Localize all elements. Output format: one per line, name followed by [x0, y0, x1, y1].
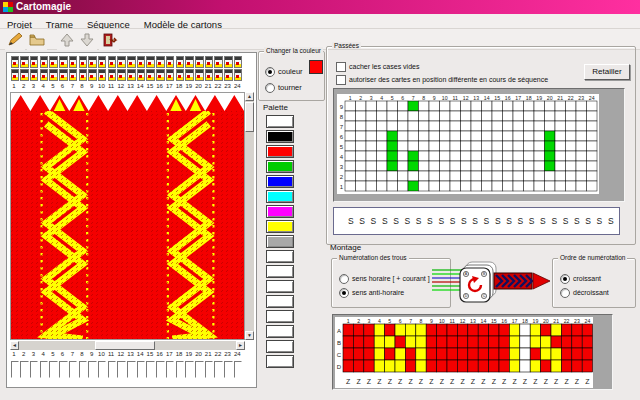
- threading-cell[interactable]: [364, 324, 374, 336]
- empty-card-slot[interactable]: [49, 361, 58, 378]
- threading-cell[interactable]: [509, 360, 519, 372]
- card-preview-icon[interactable]: [127, 69, 136, 81]
- card-preview-icon[interactable]: [11, 69, 20, 81]
- threading-cell[interactable]: [551, 360, 561, 372]
- card-preview-icon[interactable]: [166, 69, 175, 81]
- threading-cell[interactable]: [478, 324, 488, 336]
- sequence-cell[interactable]: [461, 111, 472, 121]
- threading-cell[interactable]: [457, 360, 467, 372]
- sequence-cell[interactable]: [566, 151, 577, 161]
- sequence-cell[interactable]: [566, 101, 577, 111]
- sequence-cell[interactable]: [534, 181, 545, 191]
- sequence-cell[interactable]: [555, 181, 566, 191]
- empty-card-slot[interactable]: [88, 361, 97, 378]
- sequence-cell[interactable]: [429, 121, 440, 131]
- threading-cell[interactable]: [426, 348, 436, 360]
- threading-cell[interactable]: [468, 348, 478, 360]
- sequence-cell[interactable]: [366, 101, 377, 111]
- threading-cell[interactable]: [426, 336, 436, 348]
- sequence-cell[interactable]: [587, 121, 598, 131]
- threading-cell[interactable]: [405, 360, 415, 372]
- palette-swatch-3[interactable]: [266, 160, 294, 173]
- sequence-cell[interactable]: [419, 141, 430, 151]
- sequence-cell[interactable]: [398, 181, 409, 191]
- vertical-scrollbar[interactable]: ▲ ▼: [245, 92, 254, 340]
- threading-cell[interactable]: [343, 336, 353, 348]
- sequence-cell[interactable]: [387, 181, 398, 191]
- sequence-cell[interactable]: [429, 161, 440, 171]
- card-preview-icon[interactable]: [224, 56, 233, 68]
- sequence-cell[interactable]: [471, 101, 482, 111]
- threading-cell[interactable]: [364, 336, 374, 348]
- sequence-cell[interactable]: [450, 101, 461, 111]
- threading-cell[interactable]: [447, 348, 457, 360]
- scroll-down-button[interactable]: ▼: [245, 331, 254, 340]
- threading-cell[interactable]: [374, 348, 384, 360]
- sequence-cell[interactable]: [482, 141, 493, 151]
- palette-swatch-15[interactable]: [266, 340, 294, 353]
- radio-sens anti-horaire[interactable]: [339, 288, 349, 298]
- sequence-cell[interactable]: [482, 121, 493, 131]
- card-preview-icon[interactable]: [11, 56, 20, 68]
- threading-cell[interactable]: [582, 348, 592, 360]
- threading-cell[interactable]: [489, 324, 499, 336]
- sequence-cell[interactable]: [408, 181, 419, 191]
- empty-card-slot[interactable]: [40, 361, 49, 378]
- sequence-cell[interactable]: [576, 151, 587, 161]
- threading-cell[interactable]: [499, 336, 509, 348]
- sequence-cell[interactable]: [356, 141, 367, 151]
- empty-card-slot[interactable]: [98, 361, 107, 378]
- threading-cell[interactable]: [395, 336, 405, 348]
- sequence-cell[interactable]: [524, 171, 535, 181]
- threading-cell[interactable]: [530, 336, 540, 348]
- threading-cell[interactable]: [520, 324, 530, 336]
- sequence-cell[interactable]: [545, 131, 556, 141]
- threading-cell[interactable]: [468, 360, 478, 372]
- threading-cell[interactable]: [447, 360, 457, 372]
- threading-cell[interactable]: [509, 336, 519, 348]
- palette-swatch-2[interactable]: [266, 145, 294, 158]
- sequence-cell[interactable]: [387, 111, 398, 121]
- threading-cell[interactable]: [541, 348, 551, 360]
- card-preview-icon[interactable]: [214, 69, 223, 81]
- palette-swatch-16[interactable]: [266, 355, 294, 368]
- empty-card-slot[interactable]: [166, 361, 175, 378]
- sequence-cell[interactable]: [576, 121, 587, 131]
- threading-cell[interactable]: [489, 360, 499, 372]
- palette-swatch-13[interactable]: [266, 310, 294, 323]
- sequence-cell[interactable]: [387, 171, 398, 181]
- sequence-cell[interactable]: [408, 161, 419, 171]
- sequence-cell[interactable]: [503, 111, 514, 121]
- sequence-cell[interactable]: [345, 141, 356, 151]
- sequence-cell[interactable]: [566, 181, 577, 191]
- sequence-cell[interactable]: [524, 121, 535, 131]
- sequence-cell[interactable]: [545, 181, 556, 191]
- card-preview-icon[interactable]: [69, 69, 78, 81]
- sequence-cell[interactable]: [471, 171, 482, 181]
- sequence-cell[interactable]: [524, 181, 535, 191]
- threading-cell[interactable]: [343, 360, 353, 372]
- card-preview-icon[interactable]: [59, 69, 68, 81]
- sequence-cell[interactable]: [587, 161, 598, 171]
- card-preview-icon[interactable]: [176, 69, 185, 81]
- threading-cell[interactable]: [551, 324, 561, 336]
- empty-card-slot[interactable]: [11, 361, 20, 378]
- sequence-cell[interactable]: [461, 121, 472, 131]
- sequence-cell[interactable]: [398, 111, 409, 121]
- sequence-cell[interactable]: [408, 131, 419, 141]
- sequence-cell[interactable]: [545, 111, 556, 121]
- threading-cell[interactable]: [437, 324, 447, 336]
- card-preview-icon[interactable]: [146, 56, 155, 68]
- card-preview-icon[interactable]: [117, 56, 126, 68]
- threading-cell[interactable]: [416, 360, 426, 372]
- card-preview-icon[interactable]: [30, 69, 39, 81]
- threading-cell[interactable]: [426, 324, 436, 336]
- card-preview-icon[interactable]: [20, 56, 29, 68]
- card-preview-icon[interactable]: [88, 56, 97, 68]
- sequence-cell[interactable]: [471, 141, 482, 151]
- sequence-cell[interactable]: [524, 101, 535, 111]
- threading-cell[interactable]: [572, 348, 582, 360]
- sequence-cell[interactable]: [555, 121, 566, 131]
- sequence-cell[interactable]: [566, 161, 577, 171]
- threading-cell[interactable]: [437, 360, 447, 372]
